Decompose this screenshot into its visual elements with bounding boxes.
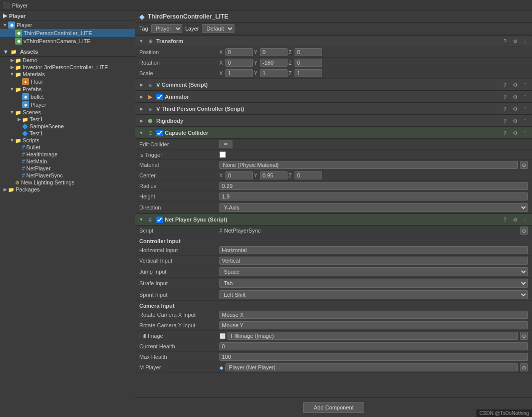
animator-help-icon[interactable]: ? [501,93,509,101]
assets-netplayer-script[interactable]: # NetPlayer [0,165,135,172]
netplayersync-icons: ? ⚙ ⋮ [501,216,529,224]
assets-healthimage-script[interactable]: # HealthImage [0,151,135,158]
direction-select[interactable]: X-Axis Y-Axis Z-Axis [219,203,528,212]
netplayersync-comp-title: Net Player Sync (Script) [165,217,499,223]
transform-component-header[interactable]: ▼ ⊕ Transform ? ⚙ ⋮ [135,35,532,47]
transform-settings-icon[interactable]: ⚙ [511,37,519,45]
max-health-input[interactable] [219,353,528,361]
assets-materials[interactable]: ▼ 📁 Materials [0,71,135,78]
netplayersync-menu-icon[interactable]: ⋮ [521,216,529,224]
assets-packages[interactable]: ▶ 📁 Packages [0,186,135,193]
assets-folder-icon: 📁 [11,49,17,55]
layer-select[interactable]: Default [202,24,234,33]
assets-demo[interactable]: ▶ 📁 Demo [0,57,135,64]
animator-enabled-checkbox[interactable] [156,94,163,100]
sprint-input-row: Sprint Input Left Shift [135,289,532,301]
netplayersync-help-icon[interactable]: ? [501,216,509,224]
rigidbody-settings-icon[interactable]: ⚙ [511,117,519,125]
assets-netmain-script[interactable]: # NetMain [0,158,135,165]
assets-invector[interactable]: ▶ 📁 Invector-3rdPersonController_LITE [0,64,135,71]
rigidbody-menu-icon[interactable]: ⋮ [521,117,529,125]
vcomment-icons: ? ⚙ ⋮ [501,81,529,89]
hierarchy-item-thirdperson[interactable]: ◆ ThirdPersonController_LITE [0,29,135,37]
script-dot-button[interactable]: ⊙ [520,227,528,235]
animator-component-header[interactable]: ▶ ▶ Animator ? ⚙ ⋮ [135,91,532,103]
strafe-input-select[interactable]: Tab [219,279,528,288]
animator-settings-icon[interactable]: ⚙ [511,93,519,101]
fill-image-dot-button[interactable]: ⊙ [520,332,528,340]
is-trigger-checkbox[interactable] [219,151,226,158]
vcomment-help-icon[interactable]: ? [501,81,509,89]
vtpc-component-header[interactable]: ▶ # V Third Person Controller (Script) ?… [135,103,532,115]
edit-collider-button[interactable]: ✏ [219,140,232,148]
m-player-field: Player (Net Player) [225,363,518,371]
assets-test1-folder[interactable]: ▶ 📁 Test1 [0,116,135,123]
current-health-input[interactable] [219,342,528,350]
center-y-input[interactable] [260,171,288,179]
assets-scenes[interactable]: ▼ 📁 Scenes [0,109,135,116]
rotation-z-input[interactable] [295,59,322,67]
scale-y-input[interactable] [260,69,288,77]
packages-arrow: ▶ [2,187,8,192]
assets-netplayersync-script[interactable]: # NetPlayerSync [0,172,135,179]
assets-new-lighting[interactable]: ⚙ New Lighting Settings [0,179,135,186]
center-z-input[interactable] [295,171,322,179]
scale-x-input[interactable] [225,69,253,77]
rigidbody-component-header[interactable]: ▶ ⬢ Rigidbody ? ⚙ ⋮ [135,115,532,127]
vtpc-settings-icon[interactable]: ⚙ [511,105,519,113]
invector-label: Invector-3rdPersonController_LITE [23,64,108,70]
netplayersync-component-header[interactable]: ▼ # Net Player Sync (Script) ? ⚙ ⋮ [135,214,532,226]
vcomment-menu-icon[interactable]: ⋮ [521,81,529,89]
assets-prefabs[interactable]: ▼ 📁 Prefabs [0,86,135,93]
assets-player-prefab[interactable]: ◆ Player [0,101,135,109]
rotation-x-input[interactable] [225,59,253,67]
rotate-cam-y-input[interactable] [219,321,528,329]
floor-label: Floor [31,79,43,85]
assets-bullet[interactable]: ◆ bullet [0,93,135,101]
vcomment-component-header[interactable]: ▶ # V Comment (Script) ? ⚙ ⋮ [135,79,532,91]
assets-samplescene[interactable]: 🔷 SampleScene [0,123,135,130]
jump-input-select[interactable]: Space [219,267,528,276]
assets-test1[interactable]: 🔷 Test1 [0,130,135,137]
capsule-settings-icon[interactable]: ⚙ [511,129,519,137]
hierarchy-item-camera[interactable]: ◆ vThirdPersonCamera_LITE [0,37,135,45]
tag-select[interactable]: Player [151,24,182,33]
height-input[interactable] [219,192,528,200]
hierarchy-item-player[interactable]: ▼ ◆ Player [0,21,135,29]
position-y-input[interactable] [260,48,288,56]
center-x-input[interactable] [225,171,253,179]
vcomment-settings-icon[interactable]: ⚙ [511,81,519,89]
capsule-menu-icon[interactable]: ⋮ [521,129,529,137]
vertical-input-field[interactable] [219,257,528,265]
sprint-input-select[interactable]: Left Shift [219,290,528,299]
m-player-icon: ◆ [219,365,223,370]
vtpc-help-icon[interactable]: ? [501,105,509,113]
animator-menu-icon[interactable]: ⋮ [521,93,529,101]
assets-floor[interactable]: ● Floor [0,78,135,86]
m-player-dot-button[interactable]: ⊙ [520,363,528,371]
rotate-cam-x-input[interactable] [219,311,528,319]
position-x-input[interactable] [225,48,253,56]
assets-bullet-script[interactable]: # Bullet [0,144,135,151]
vtpc-menu-icon[interactable]: ⋮ [521,105,529,113]
hierarchy-tp-label: ThirdPersonController_LITE [24,30,92,36]
hierarchy-title: ▶ [3,13,7,19]
rotation-y-input[interactable] [260,59,288,67]
horizontal-input-field[interactable] [219,246,528,254]
capsule-component-header[interactable]: ▼ ⊙ Capsule Collider ? ⚙ ⋮ [135,127,532,139]
radius-input[interactable] [219,182,528,190]
transform-menu-icon[interactable]: ⋮ [521,37,529,45]
capsule-help-icon[interactable]: ? [501,129,509,137]
rigidbody-help-icon[interactable]: ? [501,117,509,125]
netplayersync-enabled-checkbox[interactable] [156,217,163,223]
add-component-button[interactable]: Add Component [303,402,364,413]
position-z-input[interactable] [295,48,322,56]
material-dot-button[interactable]: ⊙ [520,161,528,169]
capsule-enabled-checkbox[interactable] [156,130,163,136]
edit-collider-value: ✏ [219,140,528,148]
scale-z-input[interactable] [295,69,322,77]
assets-scripts[interactable]: ▼ 📁 Scripts [0,137,135,144]
transform-help-icon[interactable]: ? [501,37,509,45]
netplayersync-settings-icon[interactable]: ⚙ [511,216,519,224]
rotate-cam-y-label: Rotate Camera Y Input [139,322,219,328]
